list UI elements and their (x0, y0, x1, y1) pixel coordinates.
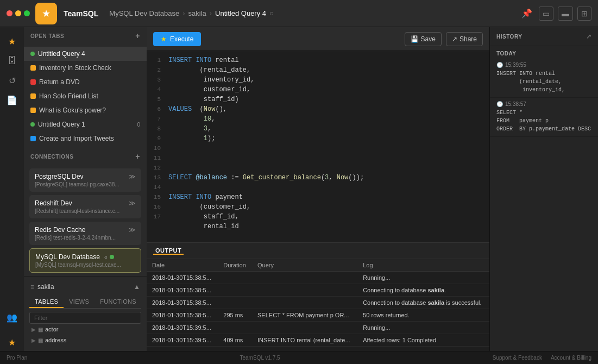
editor-area: ★ Execute 💾 Save ↗ Share 1234 (147, 27, 489, 351)
icon-team[interactable]: 👥 (3, 309, 21, 326)
output-table: Date Duration Query Log 2018-01-30T15:38… (147, 259, 489, 351)
connection-card-2[interactable]: Redis Dev Cache ≫ [Redis] test-redis-3-2… (29, 222, 141, 245)
schema-tab-views[interactable]: VIEWS (64, 296, 95, 308)
history-header: HISTORY ↗ (490, 27, 598, 46)
open-tabs-header: OPEN TABS + (24, 27, 147, 45)
tab-name-2: Return a DVD (39, 78, 140, 86)
share-button[interactable]: ↗ Share (446, 32, 483, 46)
history-item-0[interactable]: 🕐 15:39:55 INSERT INTO rental (rental_da… (490, 59, 598, 98)
output-header: OUTPUT (147, 243, 489, 259)
maximize-button[interactable] (24, 10, 30, 16)
icon-home[interactable]: ★ (3, 33, 21, 50)
code-editor[interactable]: 12345 678910 1112131415 1617 INSERT INTO… (147, 51, 489, 242)
execute-button[interactable]: ★ Execute (153, 32, 201, 46)
tree-item-actor[interactable]: ▶ ▦ actor (29, 324, 141, 335)
connection-card-3[interactable]: MySQL Dev Database « [MySQL] teamsql-mys… (29, 248, 141, 273)
row5-log: Affected rows: 1 Completed (357, 334, 489, 347)
schema-section: ≡ sakila ▲ TABLES VIEWS FUNCTIONS ▶ ▦ ac… (24, 276, 147, 350)
tab-name-5: Untitled Query 1 (38, 121, 134, 128)
save-icon: 💾 (411, 35, 419, 43)
breadcrumb-db[interactable]: MySQL Dev Database (109, 9, 179, 17)
add-connection-button[interactable]: + (135, 152, 140, 161)
history-time-1: 🕐 15:38:57 (496, 101, 591, 107)
tab-item-6[interactable]: Create and Import Tweets (24, 131, 147, 146)
tab-item-0[interactable]: Untitled Query 4 (24, 47, 147, 61)
schema-tabs: TABLES VIEWS FUNCTIONS (29, 296, 141, 309)
open-tabs-label: OPEN TABS (30, 33, 64, 39)
tree-table-name-address: address (45, 337, 66, 343)
pin-icon[interactable]: 📌 (519, 6, 534, 21)
breadcrumb-schema[interactable]: sakila (188, 9, 206, 17)
code-content[interactable]: INSERT INTO rental (rental_date, invento… (164, 51, 489, 242)
schema-tab-functions[interactable]: FUNCTIONS (95, 296, 142, 308)
row1-duration (218, 284, 252, 297)
history-panel: HISTORY ↗ TODAY 🕐 15:39:55 INSERT INTO r… (489, 27, 598, 351)
row2-log: Connection to database sakila is success… (357, 297, 489, 309)
row3-query: SELECT * FROM payment p OR... (252, 309, 357, 322)
conn-sub-3: [MySQL] teamsql-mysql-test.caxe... (35, 262, 135, 268)
add-tab-button[interactable]: + (135, 32, 140, 40)
row3-date: 2018-01-30T15:38:5... (147, 309, 218, 322)
grid-view-icon[interactable]: ⊞ (577, 7, 591, 21)
output-tab[interactable]: OUTPUT (153, 247, 184, 255)
output-row-0: 2018-01-30T15:38:5... Running... (147, 272, 489, 284)
top-actions: 📌 ▭ ▬ ⊞ (519, 6, 591, 21)
history-title: HISTORY (496, 34, 522, 40)
output-row-2: 2018-01-30T15:38:5... Connection to data… (147, 297, 489, 309)
tree-chevron-actor: ▶ (32, 327, 36, 332)
support-link[interactable]: Support & Feedback (493, 355, 542, 361)
history-item-1[interactable]: 🕐 15:38:57 SELECT * FROM payment p ORDER… (490, 98, 598, 137)
tab-item-4[interactable]: What is Goku's power? (24, 103, 147, 117)
icon-document[interactable]: 📄 (3, 91, 21, 109)
row0-duration (218, 272, 252, 284)
history-refresh-icon[interactable]: ↗ (586, 33, 591, 40)
tree-item-address[interactable]: ▶ ▦ address (29, 335, 141, 346)
connections-section: CONNECTIONS + PostgreSQL Dev ≫ [PostgreS… (24, 148, 147, 351)
row1-date: 2018-01-30T15:38:5... (147, 284, 218, 297)
conn-arrow-1: ≫ (129, 199, 136, 207)
minimize-button[interactable] (15, 10, 21, 16)
conn-name-1: Redshift Dev ≫ (35, 199, 136, 207)
icon-strip: ★ 🗄 ↺ 📄 👥 ★ (0, 27, 24, 351)
star-icon: ★ (161, 35, 167, 43)
schema-name: sakila (37, 283, 54, 291)
split-view-icon[interactable]: ▭ (539, 7, 553, 21)
tab-icon-6 (30, 136, 36, 141)
history-time-0: 🕐 15:39:55 (496, 62, 591, 68)
row1-log: Connecting to database sakila. (357, 284, 489, 297)
version-label: TeamSQL v1.7.5 (240, 355, 280, 361)
tab-icon-4 (30, 108, 36, 113)
icon-logo-bottom: ★ (3, 334, 21, 351)
output-panel: OUTPUT Date Duration Query Log (147, 242, 489, 351)
connection-card-1[interactable]: Redshift Dev ≫ [Redshift] teamsql-test-i… (29, 195, 141, 218)
tab-item-2[interactable]: Return a DVD (24, 75, 147, 89)
row2-query (252, 297, 357, 309)
icon-history[interactable]: ↺ (3, 72, 21, 89)
schema-header[interactable]: ≡ sakila ▲ (29, 281, 141, 293)
tab-item-5[interactable]: Untitled Query 1 0 (24, 117, 147, 131)
icon-database[interactable]: 🗄 (3, 52, 21, 70)
save-button[interactable]: 💾 Save (405, 32, 442, 46)
tab-name-0: Untitled Query 4 (38, 50, 140, 58)
tab-dot-0 (30, 52, 35, 56)
tab-item-3[interactable]: Han Solo Friend List (24, 89, 147, 103)
row5-date: 2018-01-30T15:39:5... (147, 334, 218, 347)
row1-query (252, 284, 357, 297)
close-button[interactable] (7, 10, 12, 16)
col-query: Query (252, 259, 357, 272)
clock-icon-1: 🕐 (496, 101, 503, 107)
tab-name-3: Han Solo Friend List (39, 92, 140, 100)
share-label: Share (459, 35, 477, 43)
tab-item-1[interactable]: Inventory in Stock Check (24, 61, 147, 75)
tab-icon-1 (30, 65, 36, 71)
toolbar-right: 💾 Save ↗ Share (405, 32, 483, 46)
schema-tab-tables[interactable]: TABLES (29, 296, 64, 308)
edit-query-icon[interactable]: ○ (269, 9, 274, 17)
schema-filter-input[interactable] (29, 312, 141, 324)
connection-card-0[interactable]: PostgreSQL Dev ≫ [PostgreSQL] teamsql-pg… (29, 168, 141, 192)
account-link[interactable]: Account & Billing (551, 355, 591, 361)
history-code-1: SELECT * FROM payment p ORDER BY p.payme… (496, 109, 591, 133)
output-row-5: 2018-01-30T15:39:5... 409 ms INSERT INTO… (147, 334, 489, 347)
stack-view-icon[interactable]: ▬ (558, 7, 573, 21)
tab-list: Untitled Query 4 Inventory in Stock Chec… (24, 45, 147, 148)
